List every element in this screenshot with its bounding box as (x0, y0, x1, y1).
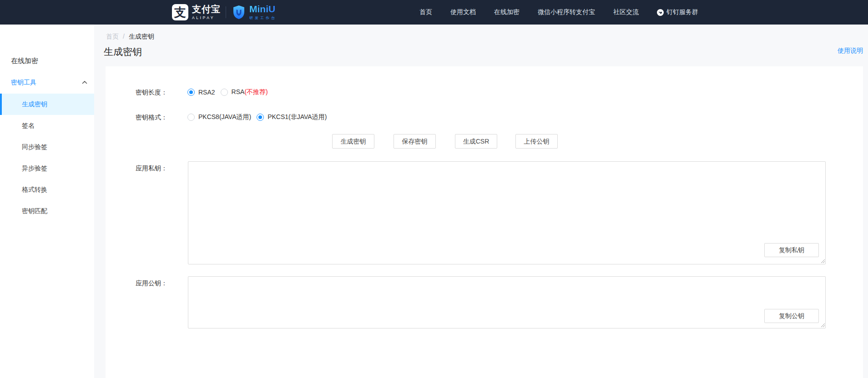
alipay-caption: ALIPAY (192, 15, 221, 20)
radio-label: PKCS8(JAVA适用) (198, 113, 251, 121)
nav-item-dingtalk-group[interactable]: 钉钉服务群 (657, 8, 698, 16)
sidebar-item-async-verify[interactable]: 异步验签 (0, 158, 94, 179)
top-header: 支 支付宝 ALIPAY MiniU 研发工作台 (0, 0, 868, 25)
brand-logo[interactable]: 支 支付宝 ALIPAY MiniU 研发工作台 (172, 0, 277, 25)
radio-label: PKCS1(非JAVA适用) (267, 113, 327, 121)
textarea-resize-handle[interactable] (820, 322, 825, 328)
private-key-textarea[interactable] (188, 161, 826, 264)
miniu-caption: 研发工作台 (249, 15, 277, 20)
sidebar-item-key-match[interactable]: 密钥匹配 (0, 200, 94, 222)
nav-item-home[interactable]: 首页 (419, 8, 432, 16)
sidebar-item-generate-key[interactable]: 生成密钥 (0, 94, 94, 115)
sidebar-group-label: 密钥工具 (11, 79, 36, 87)
radio-unchecked-icon (221, 89, 228, 96)
generate-csr-button[interactable]: 生成CSR (455, 134, 497, 149)
copy-public-key-button[interactable]: 复制公钥 (764, 309, 819, 323)
radio-label: RSA2 (198, 89, 215, 96)
nav-item-wechat-convert[interactable]: 微信小程序转支付宝 (538, 8, 595, 16)
alipay-name: 支付宝 (192, 5, 221, 14)
radio-label: RSA(不推荐) (232, 88, 268, 96)
breadcrumb-current: 生成密钥 (129, 33, 154, 41)
nav-item-online-encrypt[interactable]: 在线加密 (494, 8, 520, 16)
key-format-radio-group: PKCS8(JAVA适用) PKCS1(非JAVA适用) (187, 113, 327, 121)
copy-private-key-button[interactable]: 复制私钥 (764, 243, 819, 257)
radio-option-pkcs1[interactable]: PKCS1(非JAVA适用) (257, 113, 327, 121)
miniu-wordmark: MiniU 研发工作台 (249, 4, 277, 20)
nav-item-dingtalk-label: 钉钉服务群 (666, 8, 698, 16)
sidebar-menu: 生成密钥 签名 同步验签 异步验签 格式转换 密钥匹配 (0, 94, 94, 222)
alipay-wordmark: 支付宝 ALIPAY (192, 5, 221, 20)
chevron-up-icon (82, 80, 87, 84)
sidebar-item-label: 生成密钥 (22, 100, 47, 108)
radio-checked-icon (187, 89, 195, 96)
upload-public-key-button[interactable]: 上传公钥 (515, 134, 558, 149)
key-format-label: 密钥格式： (109, 114, 167, 122)
app-root: 支 支付宝 ALIPAY MiniU 研发工作台 (0, 0, 868, 378)
brand-divider (226, 6, 226, 18)
miniu-shield-icon (232, 5, 246, 20)
sidebar-item-format-convert[interactable]: 格式转换 (0, 179, 94, 200)
usage-help-link[interactable]: 使用说明 (838, 47, 863, 55)
private-key-label: 应用私钥： (109, 164, 167, 173)
radio-option-pkcs8[interactable]: PKCS8(JAVA适用) (187, 113, 251, 121)
sidebar-group-key-tools[interactable]: 密钥工具 (0, 74, 94, 91)
radio-option-rsa2[interactable]: RSA2 (187, 89, 215, 96)
sidebar-item-sign[interactable]: 签名 (0, 115, 94, 136)
textarea-resize-handle[interactable] (820, 258, 825, 264)
public-key-label: 应用公钥： (109, 279, 167, 288)
dingtalk-icon (657, 9, 664, 16)
save-key-button[interactable]: 保存密钥 (394, 134, 436, 149)
radio-unchecked-icon (187, 114, 195, 121)
nav-item-docs[interactable]: 使用文档 (450, 8, 476, 16)
page-title: 生成密钥 (104, 45, 142, 58)
sidebar-item-label: 签名 (22, 122, 35, 129)
generate-key-button[interactable]: 生成密钥 (332, 134, 374, 149)
alipay-logo-icon: 支 (172, 4, 188, 20)
key-length-label: 密钥长度： (109, 89, 167, 97)
top-nav: 首页 使用文档 在线加密 微信小程序转支付宝 社区交流 钉钉服务群 (419, 0, 698, 25)
alipay-glyph: 支 (174, 6, 186, 18)
sidebar-title: 在线加密 (11, 57, 38, 65)
nav-item-community[interactable]: 社区交流 (613, 8, 639, 16)
sidebar: 在线加密 密钥工具 生成密钥 签名 同步验签 异步验签 格式转换 (0, 25, 94, 378)
sidebar-item-label: 格式转换 (22, 186, 47, 193)
sidebar-item-label: 异步验签 (22, 164, 47, 172)
radio-option-rsa[interactable]: RSA(不推荐) (221, 88, 268, 96)
key-length-radio-group: RSA2 RSA(不推荐) (187, 88, 268, 96)
miniu-name: MiniU (249, 4, 277, 14)
sidebar-item-label: 同步验签 (22, 143, 47, 150)
breadcrumb: 首页 / 生成密钥 (106, 33, 154, 41)
not-recommended-warning: (不推荐) (244, 88, 267, 95)
public-key-textarea[interactable] (188, 276, 826, 328)
sidebar-item-sync-verify[interactable]: 同步验签 (0, 136, 94, 158)
radio-checked-icon (257, 114, 264, 121)
breadcrumb-separator: / (123, 33, 125, 41)
active-indicator (0, 94, 2, 115)
breadcrumb-home-link[interactable]: 首页 (106, 33, 119, 41)
sidebar-item-label: 密钥匹配 (22, 207, 47, 214)
